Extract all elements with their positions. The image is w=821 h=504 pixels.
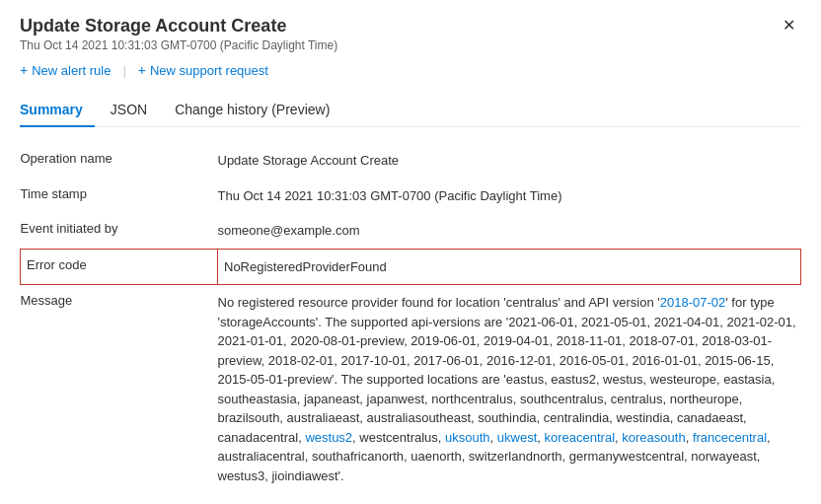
action-bar: + New alert rule | + New support request [20, 62, 801, 78]
plus-icon-alert: + [20, 62, 28, 78]
new-support-request-link[interactable]: + New support request [138, 62, 268, 78]
koreacentral-link[interactable]: koreacentral [545, 430, 616, 445]
panel-subtitle: Thu Oct 14 2021 10:31:03 GMT-0700 (Pacif… [20, 38, 337, 52]
tab-json[interactable]: JSON [111, 94, 159, 127]
plus-icon-support: + [138, 62, 146, 78]
error-code-row: Error code NoRegisteredProviderFound [21, 249, 801, 285]
error-code-label: Error code [21, 249, 218, 285]
new-alert-rule-link[interactable]: + New alert rule [20, 62, 111, 78]
header-text: Update Storage Account Create Thu Oct 14… [20, 16, 337, 52]
action-separator: | [122, 63, 125, 78]
westus2-link[interactable]: westus2 [305, 430, 352, 445]
ukwest-link[interactable]: ukwest [497, 430, 537, 445]
operation-name-value: Update Storage Account Create [218, 143, 801, 179]
message-value: No registered resource provider found fo… [218, 285, 801, 494]
uksouth-link[interactable]: uksouth [445, 430, 490, 445]
api-version-link[interactable]: 2018-07-02 [660, 295, 726, 310]
main-panel: Update Storage Account Create Thu Oct 14… [0, 0, 821, 504]
panel-title: Update Storage Account Create [20, 16, 337, 36]
event-initiated-value: someone@example.com [218, 213, 801, 249]
time-stamp-label: Time stamp [21, 179, 218, 214]
time-stamp-value: Thu Oct 14 2021 10:31:03 GMT-0700 (Pacif… [218, 179, 801, 214]
koreasouth-link[interactable]: koreasouth [622, 430, 685, 445]
event-initiated-row: Event initiated by someone@example.com [21, 213, 801, 249]
message-text-content: No registered resource provider found fo… [218, 295, 796, 483]
message-row: Message No registered resource provider … [21, 285, 801, 494]
time-stamp-row: Time stamp Thu Oct 14 2021 10:31:03 GMT-… [21, 179, 801, 214]
event-initiated-label: Event initiated by [21, 213, 218, 249]
operation-name-row: Operation name Update Storage Account Cr… [21, 143, 801, 179]
message-label: Message [21, 285, 218, 494]
tab-summary[interactable]: Summary [20, 94, 95, 127]
francecentral-link[interactable]: francecentral [693, 430, 767, 445]
tabs-bar: Summary JSON Change history (Preview) [20, 94, 801, 127]
close-button[interactable]: ✕ [777, 16, 801, 36]
tab-change-history[interactable]: Change history (Preview) [175, 94, 341, 127]
error-code-value: NoRegisteredProviderFound [218, 249, 801, 285]
operation-name-label: Operation name [21, 143, 218, 179]
detail-table: Operation name Update Storage Account Cr… [20, 143, 801, 493]
panel-header: Update Storage Account Create Thu Oct 14… [20, 16, 801, 52]
